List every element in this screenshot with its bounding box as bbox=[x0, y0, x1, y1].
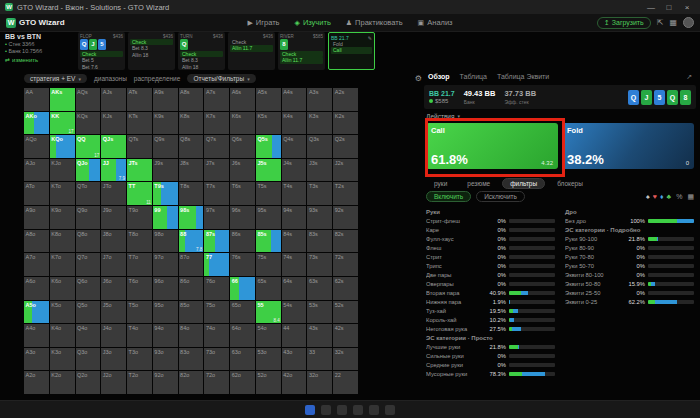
matrix-cell-84o[interactable]: 84o bbox=[179, 324, 204, 347]
matrix-cell-77[interactable]: 77 bbox=[204, 253, 229, 276]
stat-row-Фулл-хаус[interactable]: Фулл-хаус0% bbox=[426, 234, 555, 243]
matrix-cell-K6o[interactable]: K6o bbox=[50, 277, 75, 300]
stat-row-Без дро[interactable]: Без дро100% bbox=[565, 216, 694, 225]
panel-tab-Обзор[interactable]: Обзор bbox=[428, 73, 450, 80]
matrix-cell-K4s[interactable]: K4s bbox=[282, 112, 307, 135]
matrix-cell-A2o[interactable]: A2o bbox=[24, 371, 49, 394]
action-Allin 11.7[interactable]: Allin 11.7 bbox=[280, 57, 323, 63]
matrix-cell-96o[interactable]: 96o bbox=[153, 277, 178, 300]
matrix-cell-76o[interactable]: 76o bbox=[204, 277, 229, 300]
stat-row-Две пары[interactable]: Две пары0% bbox=[426, 270, 555, 279]
matrix-cell-KJo[interactable]: KJo bbox=[50, 159, 75, 182]
matrix-cell-95o[interactable]: 95o bbox=[153, 301, 178, 324]
matrix-cell-J4s[interactable]: J4s bbox=[282, 159, 307, 182]
matrix-cell-54s[interactable]: 54s bbox=[282, 301, 307, 324]
matrix-cell-98s[interactable]: 98s bbox=[179, 206, 204, 229]
matrix-cell-Q3s[interactable]: Q3s bbox=[307, 135, 332, 158]
matrix-cell-Q9s[interactable]: Q9s bbox=[153, 135, 178, 158]
matrix-cell-92s[interactable]: 92s bbox=[333, 206, 358, 229]
matrix-cell-T5o[interactable]: T5o bbox=[127, 301, 152, 324]
brand[interactable]: W GTO Wizard bbox=[6, 18, 65, 28]
matrix-cell-J2s[interactable]: J2s bbox=[333, 159, 358, 182]
matrix-cell-A3o[interactable]: A3o bbox=[24, 348, 49, 371]
matrix-cell-Q2o[interactable]: Q2o bbox=[76, 371, 101, 394]
matrix-cell-93o[interactable]: 93o bbox=[153, 348, 178, 371]
action-Bet 7.6[interactable]: Bet 7.6 bbox=[80, 64, 123, 70]
matrix-cell-53o[interactable]: 53o bbox=[256, 348, 281, 371]
nav-tab-Практиковать[interactable]: ♟Практиковать bbox=[346, 18, 403, 27]
matrix-cell-K6s[interactable]: K6s bbox=[230, 112, 255, 135]
matrix-cell-Q5o[interactable]: Q5o bbox=[76, 301, 101, 324]
include-filter-button[interactable]: Включить bbox=[426, 191, 471, 202]
edit-pencil-icon[interactable]: ✎ bbox=[368, 35, 372, 41]
fold-action-box[interactable]: Fold 38.2% 0 bbox=[562, 123, 694, 169]
matrix-cell-Q4o[interactable]: Q4o bbox=[76, 324, 101, 347]
panel-tab-Таблица Эквити[interactable]: Таблица Эквити bbox=[497, 73, 549, 80]
matrix-cell-Q8o[interactable]: Q8o bbox=[76, 230, 101, 253]
matrix-cell-73o[interactable]: 73o bbox=[204, 348, 229, 371]
edit-spot-button[interactable]: ⇄ изменить bbox=[5, 56, 76, 63]
suit-d-icon[interactable]: ♦ bbox=[660, 193, 664, 200]
matrix-cell-75o[interactable]: 75o bbox=[204, 301, 229, 324]
matrix-cell-T7o[interactable]: T7o bbox=[127, 253, 152, 276]
matrix-cell-QJs[interactable]: QJs bbox=[101, 135, 126, 158]
matrix-cell-65o[interactable]: 65o bbox=[230, 301, 255, 324]
stat-row-Каре[interactable]: Каре0% bbox=[426, 225, 555, 234]
matrix-cell-97s[interactable]: 97s bbox=[204, 206, 229, 229]
action-Allin 18[interactable]: Allin 18 bbox=[180, 64, 223, 70]
matrix-cell-43s[interactable]: 43s bbox=[307, 324, 332, 347]
matrix-cell-J8s[interactable]: J8s bbox=[179, 159, 204, 182]
stat-row-Вторая пара[interactable]: Вторая пара40.9% bbox=[426, 288, 555, 297]
stat-row-Король-хай[interactable]: Король-хай10.2% bbox=[426, 315, 555, 324]
stat-row-Сильные руки[interactable]: Сильные руки0% bbox=[426, 351, 555, 360]
matrix-cell-62s[interactable]: 62s bbox=[333, 277, 358, 300]
matrix-cell-J2o[interactable]: J2o bbox=[101, 371, 126, 394]
matrix-cell-76s[interactable]: 76s bbox=[230, 253, 255, 276]
matrix-cell-73s[interactable]: 73s bbox=[307, 253, 332, 276]
matrix-cell-T4s[interactable]: T4s bbox=[282, 182, 307, 205]
open-external-icon[interactable]: ↗ bbox=[686, 73, 692, 81]
matrix-cell-AA[interactable]: AA bbox=[24, 88, 49, 111]
exclude-filter-button[interactable]: Исключить bbox=[476, 191, 525, 202]
actions-header[interactable]: Действия ▾ bbox=[424, 111, 696, 121]
matrix-cell-Q6s[interactable]: Q6s bbox=[230, 135, 255, 158]
matrix-cell-Q4s[interactable]: Q4s bbox=[282, 135, 307, 158]
matrix-cell-T3s[interactable]: T3s bbox=[307, 182, 332, 205]
matrix-cell-22[interactable]: 22 bbox=[333, 371, 358, 394]
matrix-cell-KK[interactable]: KK17 bbox=[50, 112, 75, 135]
matrix-cell-K8s[interactable]: K8s bbox=[179, 112, 204, 135]
matrix-cell-K8o[interactable]: K8o bbox=[50, 230, 75, 253]
matrix-cell-94o[interactable]: 94o bbox=[153, 324, 178, 347]
matrix-cell-TT[interactable]: TT11 bbox=[127, 182, 152, 205]
matrix-cell-Q5s[interactable]: Q5s bbox=[256, 135, 281, 158]
matrix-cell-A4s[interactable]: A4s bbox=[282, 88, 307, 111]
matrix-cell-87o[interactable]: 87o bbox=[179, 253, 204, 276]
matrix-cell-A5o[interactable]: A5o bbox=[24, 301, 49, 324]
grid-view-icon[interactable]: ▦ bbox=[687, 193, 694, 201]
matrix-cell-K5o[interactable]: K5o bbox=[50, 301, 75, 324]
matrix-cell-A7s[interactable]: A7s bbox=[204, 88, 229, 111]
matrix-cell-A7o[interactable]: A7o bbox=[24, 253, 49, 276]
matrix-cell-QTs[interactable]: QTs bbox=[127, 135, 152, 158]
matrix-cell-93s[interactable]: 93s bbox=[307, 206, 332, 229]
suit-h-icon[interactable]: ♥ bbox=[653, 193, 657, 200]
close-button[interactable]: × bbox=[679, 3, 695, 12]
matrix-cell-A9s[interactable]: A9s bbox=[153, 88, 178, 111]
start-button-icon[interactable] bbox=[305, 405, 315, 415]
reports-filters-dropdown[interactable]: Отчеты/Фильтры ▾ bbox=[187, 74, 255, 83]
matrix-cell-ATo[interactable]: ATo bbox=[24, 182, 49, 205]
matrix-cell-AKs[interactable]: AKs bbox=[50, 88, 75, 111]
stat-row-Средние руки[interactable]: Средние руки0% bbox=[426, 360, 555, 369]
matrix-cell-99[interactable]: 99 bbox=[153, 206, 178, 229]
matrix-cell-T9o[interactable]: T9o bbox=[127, 206, 152, 229]
matrix-cell-92o[interactable]: 92o bbox=[153, 371, 178, 394]
stat-row-Руки 80-90[interactable]: Руки 80-900% bbox=[565, 243, 694, 252]
matrix-cell-J3o[interactable]: J3o bbox=[101, 348, 126, 371]
matrix-cell-T6s[interactable]: T6s bbox=[230, 182, 255, 205]
matrix-cell-63s[interactable]: 63s bbox=[307, 277, 332, 300]
matrix-cell-Q6o[interactable]: Q6o bbox=[76, 277, 101, 300]
matrix-cell-K5s[interactable]: K5s bbox=[256, 112, 281, 135]
percent-toggle-icon[interactable]: % bbox=[676, 193, 682, 200]
matrix-cell-43o[interactable]: 43o bbox=[282, 348, 307, 371]
matrix-cell-86o[interactable]: 86o bbox=[179, 277, 204, 300]
